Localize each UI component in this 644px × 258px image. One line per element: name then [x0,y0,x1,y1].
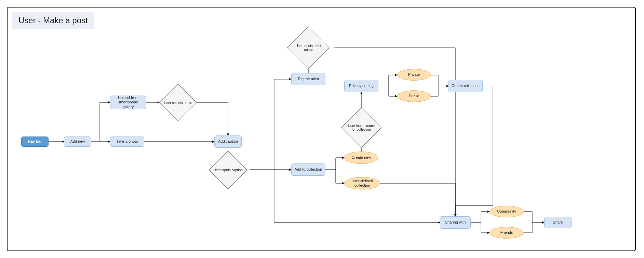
label-user-inputs-caption: User inputs caption [212,154,244,186]
node-share: Share [544,217,572,228]
node-upload-gallery: Upload from smartphone gallery [110,96,146,109]
node-user-inputs-collection-name: User inputs name for collection [347,113,376,142]
diagram-frame: User - Make a post [7,7,636,251]
node-user-defined-collection-ellipse: User-defined collection [344,177,380,189]
diagram-stage: User - Make a post [0,0,644,258]
node-tag-artist: Tag the artist [291,73,325,85]
node-public-ellipse: Public [397,90,431,102]
node-privacy-setting: Privacy setting [344,80,378,92]
node-create-collection: Create collection [448,80,483,92]
node-community-ellipse: Community [489,206,524,217]
node-friends-ellipse: Friends [489,227,524,239]
node-add-caption: Add caption [214,135,242,148]
node-user-selects-photo: User selects photo [165,89,191,116]
node-user-inputs-artist: User inputs artist name [293,33,323,63]
node-nav-bar: Nav bar [21,137,49,147]
node-private-ellipse: Private [397,69,431,81]
node-add-new: Add new [64,137,91,147]
label-user-inputs-artist: User inputs artist name [290,30,326,66]
node-add-to-collection: Add to collection [291,163,325,176]
label-user-selects-photo: User selects photo [162,87,194,119]
node-create-new-ellipse: Create new [344,152,378,164]
label-user-inputs-collection-name: User inputs name for collection [344,111,379,145]
node-user-inputs-caption: User inputs caption [214,156,242,184]
node-sharing-with: Sharing with [440,216,471,229]
node-take-photo: Take a photo [110,137,144,147]
